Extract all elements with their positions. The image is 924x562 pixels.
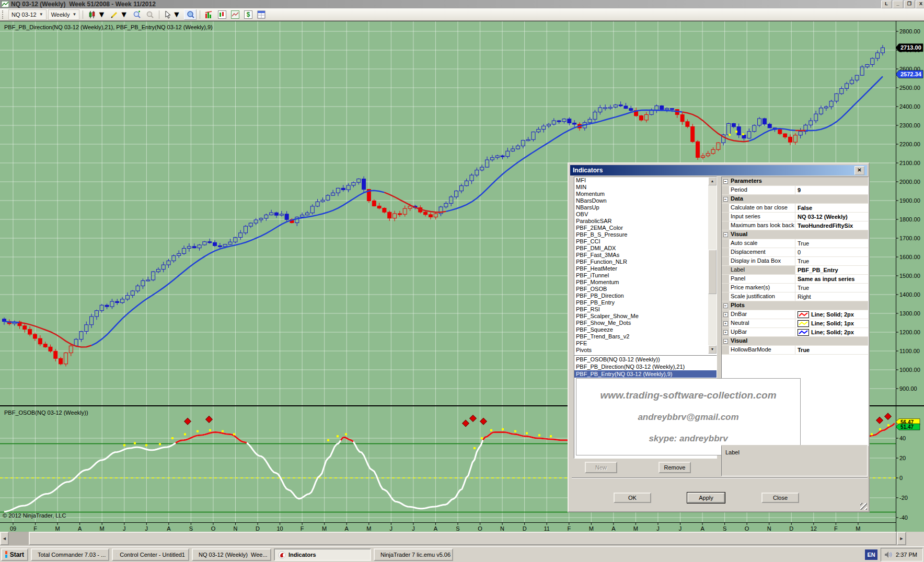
collapse-icon[interactable]: −: [723, 339, 728, 344]
close-button[interactable]: X: [916, 1, 924, 8]
expand-icon[interactable]: +: [723, 330, 728, 335]
minimize-button[interactable]: _: [893, 1, 903, 8]
period-selector[interactable]: Weekly ▼: [48, 9, 80, 20]
taskbar-task-total[interactable]: Total Commander 7.03 - ...: [31, 548, 109, 561]
expand-icon[interactable]: +: [723, 321, 728, 326]
property-row[interactable]: Input seriesNQ 03-12 (Weekly): [722, 213, 868, 221]
toolbar-grip[interactable]: [2, 10, 5, 19]
window-titlebar[interactable]: NQ 03-12 (Weekly) Week 51/2008 - Week 11…: [0, 0, 924, 8]
taskbar-task-nq[interactable]: NQ 03-12 (Weekly) Wee...: [192, 548, 271, 561]
indicator-list-item[interactable]: MFI: [574, 177, 717, 184]
property-row[interactable]: Auto scaleTrue: [722, 239, 868, 248]
property-row[interactable]: Displacement0: [722, 248, 868, 257]
indicator-list-item[interactable]: PBF_Scalper_Show_Me: [574, 313, 717, 320]
configured-indicator-item[interactable]: PBF_PB_Entry(NQ 03-12 (Weekly),9): [574, 370, 717, 378]
indicator-list-item[interactable]: PBF_RSI: [574, 306, 717, 313]
account-button[interactable]: $: [242, 10, 254, 19]
language-indicator[interactable]: EN: [865, 549, 877, 560]
configured-indicator-item[interactable]: PBF_PB_Direction(NQ 03-12 (Weekly),21): [574, 363, 717, 370]
draw-tools-button[interactable]: ▼: [109, 10, 130, 19]
close-dialog-button[interactable]: Close: [761, 493, 799, 503]
resize-grip[interactable]: [860, 503, 867, 510]
property-row[interactable]: HollowBarModeTrue: [722, 346, 868, 355]
property-category-row[interactable]: −Plots: [722, 301, 868, 310]
taskbar-task-ninjatrader[interactable]: NinjaTrader 7 lic.emu v5.06: [374, 548, 453, 561]
indicator-list-item[interactable]: NBarsUp: [574, 204, 717, 211]
indicator-list-item[interactable]: PBF_2EMA_Color: [574, 225, 717, 231]
available-indicators-list[interactable]: MFIMINMomentumNBarsDownNBarsUpOBVParabol…: [574, 177, 717, 355]
property-row[interactable]: +NeutralLine; Solid; 1px: [722, 319, 868, 328]
indicator-list-item[interactable]: PBF_Momentum: [574, 279, 717, 286]
indicators-button[interactable]: [203, 10, 215, 19]
indicator-list-item[interactable]: PBF_iTunnel: [574, 272, 717, 279]
indicator-list-item[interactable]: PBF_B_S_Pressure: [574, 231, 717, 238]
property-category-row[interactable]: −Data: [722, 195, 868, 204]
property-category-row[interactable]: −Visual: [722, 230, 868, 239]
indicator-list-item[interactable]: ParabolicSAR: [574, 218, 717, 225]
start-button[interactable]: Start: [1, 548, 28, 561]
collapse-icon[interactable]: −: [723, 303, 728, 308]
indicator-list-item[interactable]: PBF_PB_Direction: [574, 292, 717, 299]
scrollbar-thumb[interactable]: [708, 250, 717, 294]
indicator-list-item[interactable]: PBF_Function_NLR: [574, 259, 717, 265]
indicator-list-item[interactable]: PBF_Trend_Bars_v2: [574, 333, 717, 340]
property-row[interactable]: Display in Data BoxTrue: [722, 257, 868, 266]
indicator-list-item[interactable]: Momentum: [574, 191, 717, 197]
property-category-row[interactable]: −Visual: [722, 337, 868, 346]
new-button[interactable]: New: [585, 462, 617, 473]
indicator-list-item[interactable]: PBF_Show_Me_Dots: [574, 320, 717, 326]
chart-style-button[interactable]: ▼: [86, 10, 107, 19]
indicator-list-item[interactable]: PBF_Fast_3MAs: [574, 252, 717, 259]
restore-button[interactable]: ❐: [904, 1, 915, 8]
dialog-titlebar[interactable]: Indicators ✕: [570, 165, 867, 175]
list-scrollbar[interactable]: ▲ ▼: [708, 177, 717, 354]
market-analyzer-button[interactable]: [229, 10, 241, 19]
expand-icon[interactable]: +: [723, 312, 728, 317]
scrollbar-thumb[interactable]: [29, 532, 897, 545]
collapse-icon[interactable]: −: [723, 232, 728, 237]
property-row[interactable]: Maximum bars look backTwoHundredFiftySix: [722, 221, 868, 230]
apply-button[interactable]: Apply: [687, 493, 725, 503]
taskbar-task-control[interactable]: Control Center - Untitled1: [112, 548, 189, 561]
scrollbar-track[interactable]: [9, 532, 29, 545]
collapse-icon[interactable]: −: [723, 179, 728, 184]
configured-indicator-item[interactable]: PBF_OSOB(NQ 03-12 (Weekly)): [574, 356, 717, 363]
close-icon[interactable]: ✕: [854, 166, 864, 175]
scroll-down-icon[interactable]: ▼: [708, 345, 717, 354]
remove-button[interactable]: Remove: [659, 462, 691, 473]
indicator-list-item[interactable]: PBF_Squeeze: [574, 326, 717, 333]
indicator-list-item[interactable]: NBarsDown: [574, 197, 717, 204]
data-magnifier-button[interactable]: [184, 9, 197, 20]
property-row[interactable]: +DnBarLine; Solid; 2px: [722, 310, 868, 319]
cursor-mode-button[interactable]: ▼: [163, 10, 182, 19]
property-row[interactable]: Calculate on bar closeFalse: [722, 204, 868, 213]
property-category-row[interactable]: −Parameters: [722, 177, 868, 186]
chart-trader-button[interactable]: [216, 10, 228, 19]
property-row[interactable]: PanelSame as input series: [722, 275, 868, 284]
scroll-right-button[interactable]: ►: [897, 532, 906, 545]
zoom-in-button[interactable]: [131, 10, 143, 19]
data-grid-button[interactable]: [256, 10, 267, 19]
indicator-list-item[interactable]: PBF_PB_Entry: [574, 299, 717, 306]
scroll-up-icon[interactable]: ▲: [708, 177, 717, 185]
indicator-list-item[interactable]: OBV: [574, 211, 717, 218]
property-row[interactable]: Scale justificationRight: [722, 292, 868, 301]
collapse-icon[interactable]: −: [723, 197, 728, 202]
zoom-out-button[interactable]: [144, 10, 156, 19]
horizontal-scrollbar[interactable]: ◄ ►: [0, 532, 924, 545]
indicator-list-item[interactable]: PBF_HeatMeter: [574, 265, 717, 272]
instrument-selector[interactable]: NQ 03-12 ▼: [8, 9, 47, 20]
indicator-list-item[interactable]: MIN: [574, 184, 717, 191]
property-row[interactable]: Price marker(s)True: [722, 284, 868, 292]
indicator-list-item[interactable]: Pivots: [574, 347, 717, 354]
indicator-list-item[interactable]: PBF_DMI_ADX: [574, 245, 717, 252]
property-row[interactable]: LabelPBF_PB_Entry: [722, 266, 868, 275]
indicator-list-item[interactable]: PFE: [574, 340, 717, 347]
property-row[interactable]: +UpBarLine; Solid; 2px: [722, 328, 868, 337]
indicator-list-item[interactable]: PBF_OSOB: [574, 286, 717, 292]
volume-icon[interactable]: [884, 551, 893, 558]
indicator-list-item[interactable]: PBF_CCI: [574, 238, 717, 245]
property-row[interactable]: Period9: [722, 186, 868, 195]
scroll-left-button[interactable]: ◄: [0, 532, 9, 545]
ok-button[interactable]: OK: [614, 493, 651, 503]
